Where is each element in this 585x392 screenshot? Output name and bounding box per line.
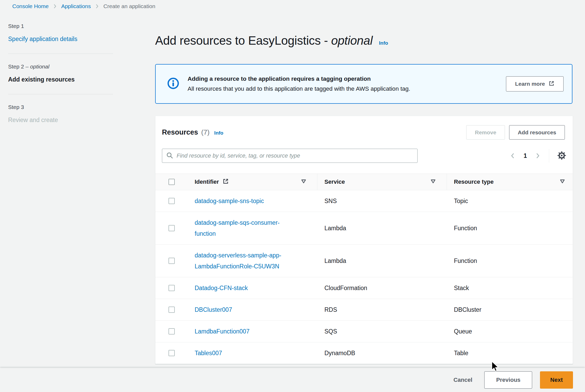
table-body: datadog-sample-sns-topic SNS Topic datad… (155, 190, 573, 364)
wizard-footer: Cancel Previous Next (0, 368, 585, 392)
breadcrumb-applications[interactable]: Applications (61, 3, 91, 9)
learn-more-button[interactable]: Learn more (506, 76, 564, 91)
resources-heading: Resources (7) Info (162, 128, 223, 136)
row-checkbox[interactable] (168, 258, 175, 264)
table-header-row: Identifier Service Res (155, 174, 573, 190)
step-label: Step 2 – optional (8, 64, 113, 70)
resource-identifier-link[interactable]: Datadog-CFN-stack (195, 283, 248, 293)
resources-table: Identifier Service Res (155, 174, 573, 364)
table-row: datadog-sample-sns-topic SNS Topic (155, 190, 573, 212)
next-page-button[interactable] (533, 151, 542, 160)
service-cell: RDS (317, 299, 447, 320)
row-checkbox[interactable] (168, 198, 175, 204)
current-page-number: 1 (524, 152, 527, 159)
resource-identifier-link[interactable]: datadog-serverless-sample-app-LambdaFunc… (195, 250, 291, 272)
info-alert: Adding a resource to the application req… (155, 64, 572, 104)
title-info-link[interactable]: Info (379, 40, 388, 46)
remove-button[interactable]: Remove (466, 125, 505, 140)
pagination: 1 (508, 149, 566, 163)
resource-identifier-link[interactable]: DBCluster007 (195, 304, 232, 315)
resource-identifier-link[interactable]: datadog-sample-sqs-consumer-function (195, 217, 291, 239)
breadcrumb-current: Create an application (103, 3, 155, 9)
alert-content: Adding a resource to the application req… (188, 76, 498, 92)
row-select-cell (155, 350, 188, 356)
filter-triangle-icon[interactable] (301, 178, 307, 186)
service-cell: Lambda (317, 217, 447, 239)
chevron-right-icon (53, 3, 57, 9)
divider (549, 149, 549, 163)
panel-header: Resources (7) Info Remove Add resources (155, 116, 573, 140)
row-checkbox[interactable] (168, 285, 175, 291)
step-label: Step 1 (8, 23, 113, 29)
sidebar-item-specify-application-details[interactable]: Specify application details (8, 36, 113, 43)
alert-description: All resources that you add to this appli… (188, 85, 498, 92)
cancel-button[interactable]: Cancel (453, 377, 472, 383)
service-cell: DynamoDB (317, 342, 447, 364)
alert-title: Adding a resource to the application req… (188, 76, 498, 82)
breadcrumb: Console Home Applications Create an appl… (12, 3, 155, 9)
resources-count: (7) (201, 128, 210, 136)
resource-type-cell: Topic (447, 190, 573, 212)
resource-type-cell: Table (447, 342, 573, 364)
wizard-step-3: Step 3 Review and create (8, 104, 113, 124)
gear-icon (557, 151, 566, 161)
previous-button[interactable]: Previous (484, 371, 532, 389)
filter-triangle-icon[interactable] (430, 178, 436, 186)
search-box (162, 149, 418, 163)
service-cell: SQS (317, 321, 447, 342)
identifier-cell: datadog-sample-sqs-consumer-function (188, 212, 317, 244)
resource-identifier-link[interactable]: datadog-sample-sns-topic (195, 195, 264, 206)
service-cell: SNS (317, 190, 447, 212)
row-checkbox[interactable] (168, 307, 175, 313)
select-all-cell (155, 179, 188, 185)
resources-title: Resources (162, 128, 198, 136)
column-header-resource-type: Resource type (447, 174, 573, 190)
row-checkbox[interactable] (168, 350, 175, 356)
info-circle-icon (167, 77, 179, 90)
search-icon (166, 152, 173, 160)
chevron-right-icon (95, 3, 99, 9)
resource-type-cell: Function (447, 217, 573, 239)
row-checkbox[interactable] (168, 225, 175, 231)
resource-type-cell: Stack (447, 277, 573, 299)
previous-page-button[interactable] (508, 151, 517, 160)
identifier-cell: datadog-serverless-sample-app-LambdaFunc… (188, 245, 317, 277)
resource-type-cell: DBCluster (447, 299, 573, 320)
table-toolbar: 1 (155, 140, 573, 163)
resources-info-link[interactable]: Info (214, 130, 223, 136)
resources-panel: Resources (7) Info Remove Add resources (155, 116, 573, 364)
table-row: Tables007 DynamoDB Table (155, 342, 573, 364)
next-button[interactable]: Next (540, 371, 573, 389)
column-header-identifier: Identifier (188, 174, 317, 190)
row-select-cell (155, 225, 188, 231)
identifier-cell: datadog-sample-sns-topic (188, 190, 317, 212)
step-label: Step 3 (8, 104, 113, 110)
page-title: Add resources to EasyLogistics - optiona… (155, 33, 373, 48)
add-resources-button[interactable]: Add resources (509, 125, 565, 140)
identifier-cell: DBCluster007 (188, 299, 317, 320)
resource-identifier-link[interactable]: LamdbaFunction007 (195, 326, 250, 337)
wizard-step-1: Step 1 Specify application details (8, 23, 113, 43)
filter-triangle-icon[interactable] (559, 178, 565, 186)
row-select-cell (155, 307, 188, 313)
search-input[interactable] (177, 153, 413, 159)
page: { "breadcrumb": { "items": ["Console Hom… (0, 0, 585, 392)
row-select-cell (155, 198, 188, 204)
breadcrumb-console-home[interactable]: Console Home (12, 3, 49, 9)
table-row: LamdbaFunction007 SQS Queue (155, 321, 573, 342)
service-cell: CloudFormation (317, 277, 447, 299)
table-row: datadog-serverless-sample-app-LambdaFunc… (155, 245, 573, 277)
identifier-cell: LamdbaFunction007 (188, 321, 317, 342)
table-row: Datadog-CFN-stack CloudFormation Stack (155, 277, 573, 299)
table-settings-button[interactable] (557, 151, 566, 161)
divider (8, 94, 113, 94)
panel-actions: Remove Add resources (466, 125, 565, 140)
select-all-checkbox[interactable] (168, 179, 175, 185)
row-checkbox[interactable] (168, 328, 175, 335)
wizard-steps-nav: Step 1 Specify application details Step … (8, 23, 113, 124)
identifier-cell: Tables007 (188, 342, 317, 364)
row-select-cell (155, 285, 188, 291)
resource-identifier-link[interactable]: Tables007 (195, 348, 222, 359)
external-link-icon (223, 178, 229, 186)
divider (8, 54, 113, 54)
